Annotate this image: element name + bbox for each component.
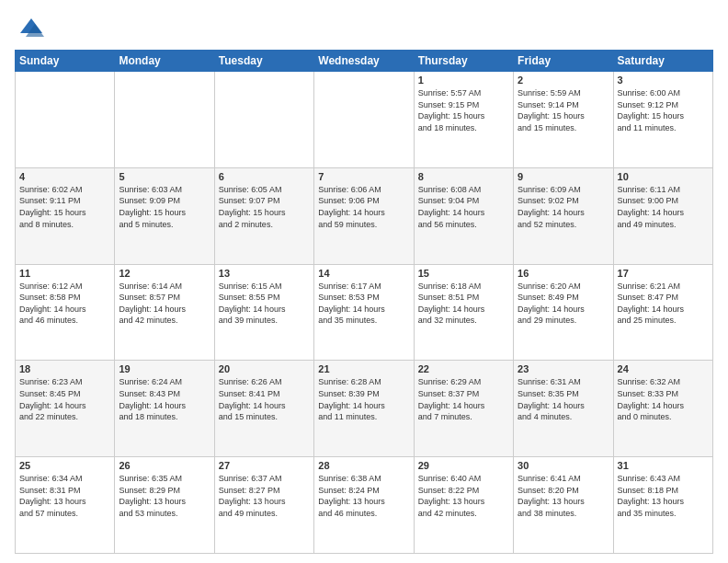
day-info: Sunrise: 6:40 AM Sunset: 8:22 PM Dayligh… [418, 473, 509, 519]
day-cell: 27Sunrise: 6:37 AM Sunset: 8:27 PM Dayli… [214, 457, 313, 554]
day-header-wednesday: Wednesday [314, 51, 414, 72]
day-number: 17 [618, 268, 709, 279]
day-number: 18 [19, 363, 110, 374]
day-cell [214, 72, 313, 168]
day-number: 13 [219, 268, 310, 279]
day-cell: 14Sunrise: 6:17 AM Sunset: 8:53 PM Dayli… [314, 264, 414, 361]
logo [15, 15, 44, 40]
day-number: 2 [518, 75, 609, 86]
day-cell: 31Sunrise: 6:43 AM Sunset: 8:18 PM Dayli… [613, 457, 712, 554]
day-info: Sunrise: 6:24 AM Sunset: 8:43 PM Dayligh… [119, 376, 210, 422]
day-info: Sunrise: 6:08 AM Sunset: 9:04 PM Dayligh… [418, 184, 509, 230]
day-cell: 9Sunrise: 6:09 AM Sunset: 9:02 PM Daylig… [514, 167, 613, 264]
day-info: Sunrise: 6:41 AM Sunset: 8:20 PM Dayligh… [518, 473, 609, 519]
day-info: Sunrise: 6:11 AM Sunset: 9:00 PM Dayligh… [618, 184, 709, 230]
day-cell: 17Sunrise: 6:21 AM Sunset: 8:47 PM Dayli… [613, 264, 712, 361]
day-header-friday: Friday [514, 51, 613, 72]
day-cell: 8Sunrise: 6:08 AM Sunset: 9:04 PM Daylig… [414, 167, 513, 264]
day-info: Sunrise: 6:32 AM Sunset: 8:33 PM Dayligh… [618, 376, 709, 422]
day-cell: 18Sunrise: 6:23 AM Sunset: 8:45 PM Dayli… [16, 361, 115, 457]
week-row-4: 18Sunrise: 6:23 AM Sunset: 8:45 PM Dayli… [16, 361, 713, 457]
day-info: Sunrise: 6:26 AM Sunset: 8:41 PM Dayligh… [219, 376, 310, 422]
calendar-table: SundayMondayTuesdayWednesdayThursdayFrid… [15, 50, 713, 554]
day-cell [314, 72, 414, 168]
day-cell: 22Sunrise: 6:29 AM Sunset: 8:37 PM Dayli… [414, 361, 513, 457]
day-info: Sunrise: 5:57 AM Sunset: 9:15 PM Dayligh… [418, 87, 509, 133]
day-cell: 1Sunrise: 5:57 AM Sunset: 9:15 PM Daylig… [414, 72, 513, 168]
day-number: 10 [618, 171, 709, 182]
day-number: 25 [19, 460, 110, 471]
day-cell: 10Sunrise: 6:11 AM Sunset: 9:00 PM Dayli… [613, 167, 712, 264]
day-cell: 16Sunrise: 6:20 AM Sunset: 8:49 PM Dayli… [514, 264, 613, 361]
day-number: 1 [418, 75, 509, 86]
day-cell: 25Sunrise: 6:34 AM Sunset: 8:31 PM Dayli… [16, 457, 115, 554]
day-cell: 21Sunrise: 6:28 AM Sunset: 8:39 PM Dayli… [314, 361, 414, 457]
day-info: Sunrise: 6:06 AM Sunset: 9:06 PM Dayligh… [318, 184, 409, 230]
day-number: 24 [618, 363, 709, 374]
day-number: 5 [119, 171, 210, 182]
day-cell: 15Sunrise: 6:18 AM Sunset: 8:51 PM Dayli… [414, 264, 513, 361]
day-info: Sunrise: 6:09 AM Sunset: 9:02 PM Dayligh… [518, 184, 609, 230]
day-cell: 29Sunrise: 6:40 AM Sunset: 8:22 PM Dayli… [414, 457, 513, 554]
day-number: 3 [618, 75, 709, 86]
day-info: Sunrise: 6:05 AM Sunset: 9:07 PM Dayligh… [219, 184, 310, 230]
day-info: Sunrise: 6:29 AM Sunset: 8:37 PM Dayligh… [418, 376, 509, 422]
day-cell: 23Sunrise: 6:31 AM Sunset: 8:35 PM Dayli… [514, 361, 613, 457]
day-info: Sunrise: 6:28 AM Sunset: 8:39 PM Dayligh… [318, 376, 409, 422]
header-row: SundayMondayTuesdayWednesdayThursdayFrid… [16, 51, 713, 72]
day-info: Sunrise: 6:43 AM Sunset: 8:18 PM Dayligh… [618, 473, 709, 519]
day-number: 12 [119, 268, 210, 279]
day-number: 16 [518, 268, 609, 279]
day-info: Sunrise: 6:23 AM Sunset: 8:45 PM Dayligh… [19, 376, 110, 422]
day-number: 22 [418, 363, 509, 374]
week-row-5: 25Sunrise: 6:34 AM Sunset: 8:31 PM Dayli… [16, 457, 713, 554]
day-number: 4 [19, 171, 110, 182]
day-number: 14 [318, 268, 409, 279]
day-number: 30 [518, 460, 609, 471]
day-info: Sunrise: 6:20 AM Sunset: 8:49 PM Dayligh… [518, 281, 609, 327]
day-cell [115, 72, 214, 168]
header [15, 15, 713, 40]
day-number: 29 [418, 460, 509, 471]
day-info: Sunrise: 6:12 AM Sunset: 8:58 PM Dayligh… [19, 281, 110, 327]
day-cell: 5Sunrise: 6:03 AM Sunset: 9:09 PM Daylig… [115, 167, 214, 264]
week-row-1: 1Sunrise: 5:57 AM Sunset: 9:15 PM Daylig… [16, 72, 713, 168]
day-cell: 26Sunrise: 6:35 AM Sunset: 8:29 PM Dayli… [115, 457, 214, 554]
day-number: 6 [219, 171, 310, 182]
day-number: 9 [518, 171, 609, 182]
day-cell: 6Sunrise: 6:05 AM Sunset: 9:07 PM Daylig… [214, 167, 313, 264]
day-cell: 11Sunrise: 6:12 AM Sunset: 8:58 PM Dayli… [16, 264, 115, 361]
day-info: Sunrise: 6:37 AM Sunset: 8:27 PM Dayligh… [219, 473, 310, 519]
day-info: Sunrise: 6:02 AM Sunset: 9:11 PM Dayligh… [19, 184, 110, 230]
day-cell [16, 72, 115, 168]
page: SundayMondayTuesdayWednesdayThursdayFrid… [0, 0, 728, 563]
day-number: 8 [418, 171, 509, 182]
day-header-saturday: Saturday [613, 51, 712, 72]
day-cell: 12Sunrise: 6:14 AM Sunset: 8:57 PM Dayli… [115, 264, 214, 361]
day-info: Sunrise: 6:00 AM Sunset: 9:12 PM Dayligh… [618, 87, 709, 133]
day-cell: 13Sunrise: 6:15 AM Sunset: 8:55 PM Dayli… [214, 264, 313, 361]
day-info: Sunrise: 6:21 AM Sunset: 8:47 PM Dayligh… [618, 281, 709, 327]
day-cell: 24Sunrise: 6:32 AM Sunset: 8:33 PM Dayli… [613, 361, 712, 457]
day-number: 20 [219, 363, 310, 374]
week-row-3: 11Sunrise: 6:12 AM Sunset: 8:58 PM Dayli… [16, 264, 713, 361]
logo-icon [18, 15, 44, 40]
day-number: 19 [119, 363, 210, 374]
day-info: Sunrise: 6:35 AM Sunset: 8:29 PM Dayligh… [119, 473, 210, 519]
day-cell: 2Sunrise: 5:59 AM Sunset: 9:14 PM Daylig… [514, 72, 613, 168]
day-number: 21 [318, 363, 409, 374]
day-info: Sunrise: 6:17 AM Sunset: 8:53 PM Dayligh… [318, 281, 409, 327]
day-info: Sunrise: 6:34 AM Sunset: 8:31 PM Dayligh… [19, 473, 110, 519]
day-cell: 19Sunrise: 6:24 AM Sunset: 8:43 PM Dayli… [115, 361, 214, 457]
day-number: 28 [318, 460, 409, 471]
day-info: Sunrise: 6:03 AM Sunset: 9:09 PM Dayligh… [119, 184, 210, 230]
day-info: Sunrise: 6:31 AM Sunset: 8:35 PM Dayligh… [518, 376, 609, 422]
day-number: 15 [418, 268, 509, 279]
day-number: 7 [318, 171, 409, 182]
day-info: Sunrise: 5:59 AM Sunset: 9:14 PM Dayligh… [518, 87, 609, 133]
day-header-monday: Monday [115, 51, 214, 72]
day-cell: 7Sunrise: 6:06 AM Sunset: 9:06 PM Daylig… [314, 167, 414, 264]
day-number: 11 [19, 268, 110, 279]
day-number: 31 [618, 460, 709, 471]
day-cell: 30Sunrise: 6:41 AM Sunset: 8:20 PM Dayli… [514, 457, 613, 554]
